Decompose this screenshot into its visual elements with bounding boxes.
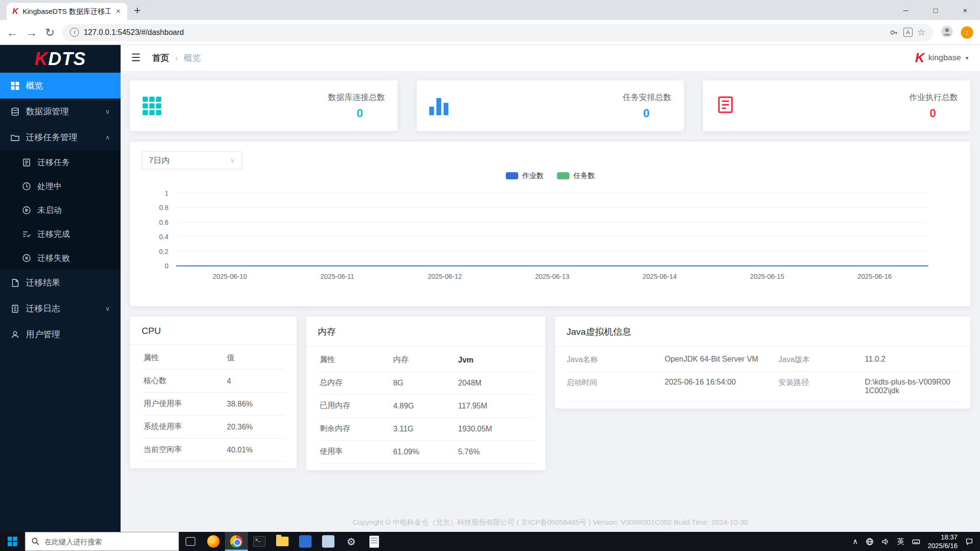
profile-avatar-icon[interactable]: [941, 25, 953, 40]
card-title: Java虚拟机信息: [555, 317, 970, 347]
start-button[interactable]: [0, 532, 25, 551]
kingbase-logo-icon: K: [915, 51, 925, 66]
cell-value: 2025-06-16 16:54:00: [665, 378, 779, 386]
language-indicator[interactable]: 英: [897, 537, 904, 546]
window-maximize-button[interactable]: □: [921, 0, 950, 20]
grid-icon: [11, 81, 20, 90]
cpu-table: 属性 值 核心数4 用户使用率38.86% 系统使用率20.36% 当前空闲率4…: [142, 347, 285, 462]
chart-y-axis: 00.20.40.60.81: [142, 193, 172, 266]
notepad-icon: [369, 536, 379, 548]
page-info-icon[interactable]: i: [70, 28, 79, 37]
sidebar-item-user-mgmt[interactable]: 用户管理: [0, 321, 121, 347]
x-axis-tick: 2025-06-10: [176, 273, 284, 282]
cell-value: OpenJDK 64-Bit Server VM: [665, 355, 779, 364]
cell-value: 38.86%: [225, 393, 285, 416]
tray-expand-icon[interactable]: ∧: [853, 537, 858, 546]
logo-k: K: [34, 49, 48, 69]
table-row: Java名称 OpenJDK 64-Bit Server VM Java版本 1…: [567, 349, 959, 372]
jvm-body: Java名称 OpenJDK 64-Bit Server VM Java版本 1…: [555, 347, 970, 408]
password-key-icon[interactable]: [889, 28, 899, 37]
translate-icon[interactable]: A: [903, 28, 913, 37]
taskbar-search[interactable]: [25, 532, 179, 551]
browser-tab[interactable]: K KingbaseDTS 数据库迁移工具 ×: [7, 3, 127, 20]
cell-value: 5.76%: [456, 441, 534, 463]
sidebar-item-not-started[interactable]: 未启动: [0, 198, 121, 222]
window-close-button[interactable]: ×: [950, 0, 980, 20]
stat-card-task-schedules: 任务安排总数 0: [417, 80, 684, 131]
terminal-taskbar-button[interactable]: >_: [248, 532, 271, 551]
keyboard-icon[interactable]: [912, 538, 920, 546]
chrome-taskbar-button[interactable]: [225, 532, 248, 551]
chevron-down-icon: ∨: [230, 156, 235, 164]
gear-icon: ⚙: [347, 537, 356, 547]
stats-row: 数据库连接总数 0 任务安排总数 0: [130, 80, 970, 131]
breadcrumb-home[interactable]: 首页: [152, 52, 169, 64]
settings-taskbar-button[interactable]: ⚙: [340, 532, 363, 551]
series-line: [176, 265, 928, 266]
sidebar: KDTS 概览 数据源管理 ∨ 迁移任务管理 ∧: [0, 45, 121, 532]
stat-card-db-connections: 数据库连接总数 0: [130, 80, 398, 131]
notepad-taskbar-button[interactable]: [363, 532, 386, 551]
cell-label: 总内存: [318, 372, 391, 395]
sidebar-item-label: 未启动: [37, 205, 62, 216]
x-axis-tick: 2025-06-15: [713, 273, 821, 282]
sidebar-item-migration-task[interactable]: 迁移任务: [0, 150, 121, 174]
new-tab-button[interactable]: +: [134, 4, 141, 17]
column-header: 属性: [142, 347, 225, 370]
sidebar-item-migration-logs[interactable]: 迁移日志 ∨: [0, 296, 121, 321]
search-input[interactable]: [45, 538, 173, 546]
sidebar-item-overview[interactable]: 概览: [0, 73, 121, 99]
stat-card-job-executions: 作业执行总数 0: [703, 80, 970, 131]
cell-label: 安装路径: [779, 378, 865, 388]
user-icon: [11, 330, 20, 339]
reload-icon[interactable]: ↻: [45, 27, 55, 38]
database-icon: [11, 107, 20, 116]
card-title: 内存: [306, 317, 546, 347]
cell-label: 剩余内存: [318, 418, 391, 441]
username: kingbase: [928, 53, 961, 63]
x-axis-tick: 2025-06-12: [391, 273, 499, 282]
tab-close-icon[interactable]: ×: [115, 7, 122, 16]
windows-logo-icon: [8, 537, 17, 546]
period-select[interactable]: 7日内 ∨: [142, 151, 242, 169]
explorer-taskbar-button[interactable]: [271, 532, 294, 551]
user-menu[interactable]: K kingbase ▼: [915, 51, 969, 66]
sidebar-item-datasource[interactable]: 数据源管理 ∨: [0, 99, 121, 124]
legend-item-jobs[interactable]: 作业数: [506, 171, 544, 180]
notification-center-icon[interactable]: [965, 538, 973, 546]
sidebar-item-failed[interactable]: 迁移失败: [0, 246, 121, 270]
bookmark-star-icon[interactable]: ☆: [917, 27, 925, 38]
volume-icon[interactable]: [881, 538, 890, 546]
stat-label: 任务安排总数: [623, 92, 671, 103]
legend-item-tasks[interactable]: 任务数: [557, 171, 595, 180]
sidebar-item-migration-results[interactable]: 迁移结果: [0, 270, 121, 296]
back-icon[interactable]: ←: [7, 27, 18, 38]
x-circle-icon: [22, 253, 31, 263]
blue-app-icon: [299, 535, 312, 548]
taskbar-clock[interactable]: 18:37 2025/6/16: [928, 533, 958, 550]
sidebar-item-migration-task-mgmt[interactable]: 迁移任务管理 ∧: [0, 124, 121, 150]
jvm-card: Java虚拟机信息 Java名称 OpenJDK 64-Bit Server V…: [555, 317, 970, 408]
chevron-down-icon: ∨: [105, 108, 110, 115]
window-minimize-button[interactable]: ─: [891, 0, 921, 20]
sidebar-item-label: 迁移完成: [37, 229, 70, 240]
sidebar-item-completed[interactable]: 迁移完成: [0, 222, 121, 246]
column-header: Jvm: [456, 349, 534, 372]
column-header: 内存: [391, 349, 457, 372]
forward-icon[interactable]: →: [26, 27, 37, 38]
network-icon[interactable]: [866, 538, 874, 546]
app-blue-taskbar-button[interactable]: [294, 532, 317, 551]
app-light-taskbar-button[interactable]: [317, 532, 340, 551]
y-axis-tick: 0.2: [159, 248, 168, 255]
clock-time: 18:37: [928, 533, 958, 541]
file-explorer-icon: [276, 537, 289, 546]
cell-label: 用户使用率: [142, 393, 225, 416]
sidebar-item-processing[interactable]: 处理中: [0, 174, 121, 198]
menu-collapse-icon[interactable]: ☰: [131, 52, 141, 64]
x-axis-tick: 2025-06-13: [499, 273, 606, 282]
address-bar[interactable]: i 127.0.0.1:54523/#/dashboard A ☆: [62, 24, 933, 41]
browser-update-icon[interactable]: ↑: [961, 26, 973, 39]
task-view-button[interactable]: [179, 532, 202, 551]
table-row: 剩余内存3.11G1930.05M: [318, 418, 534, 441]
firefox-taskbar-button[interactable]: [202, 532, 225, 551]
